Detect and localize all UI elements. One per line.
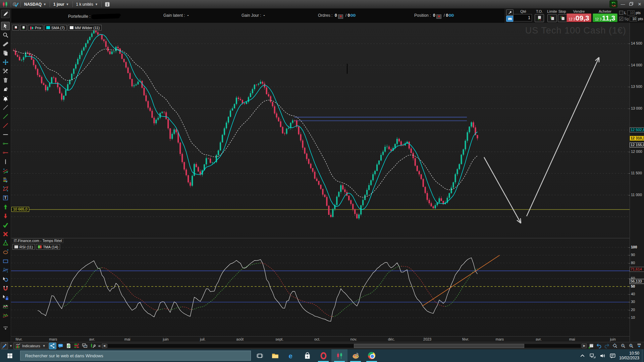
scroll-left-button[interactable]: ◀ xyxy=(102,344,107,348)
legend-sma[interactable]: SMA (7) xyxy=(44,25,67,31)
cancel-orders-icon[interactable]: ✖ xyxy=(338,14,343,19)
hscrollbar-thumb[interactable] xyxy=(354,344,524,348)
ellipse-shape-icon[interactable] xyxy=(1,248,10,256)
rectangle-shape-icon[interactable] xyxy=(1,257,10,265)
orderbook-button[interactable] xyxy=(73,343,80,349)
arrow-up-mark-icon[interactable] xyxy=(1,203,10,211)
legend-prix[interactable]: Prix xyxy=(28,25,43,31)
draw-pencil-icon[interactable] xyxy=(1,10,10,18)
zoom-tool-icon[interactable] xyxy=(1,31,10,39)
comments-button[interactable] xyxy=(57,343,64,349)
tray-chevron-up-icon[interactable] xyxy=(578,353,588,359)
draw-mode-button[interactable] xyxy=(1,343,8,349)
limit-checkbox[interactable] xyxy=(619,11,623,15)
hsegment-green-icon[interactable] xyxy=(1,139,10,148)
magnet-tool-icon[interactable] xyxy=(1,284,10,293)
ruler-tool-icon[interactable] xyxy=(1,40,10,48)
taskbar-trading-app-icon[interactable] xyxy=(331,349,347,362)
trendline-green-icon[interactable] xyxy=(1,112,10,121)
limit-pts-input[interactable] xyxy=(627,10,635,15)
orders-settings-icon[interactable]: ⚙⚙ xyxy=(350,13,355,18)
text-tool-icon[interactable]: T xyxy=(1,194,10,202)
show-desktop-button[interactable] xyxy=(642,349,644,362)
hide-toolbar-button[interactable] xyxy=(635,343,643,349)
redo-button[interactable] xyxy=(603,343,610,349)
zoom-fit-button[interactable] xyxy=(611,343,619,349)
position-settings-icon[interactable]: ⚙⚙ xyxy=(448,13,453,18)
lock-cursor-icon[interactable] xyxy=(1,293,10,302)
horizontal-line-icon[interactable] xyxy=(1,130,10,139)
stop-checkbox[interactable]: ✓ xyxy=(619,17,623,21)
collapse-toolbar-button[interactable]: « xyxy=(97,343,102,348)
zoom-out-button[interactable] xyxy=(619,343,627,349)
taskbar-search-input[interactable]: Rechercher sur le web et dans Windows xyxy=(20,351,251,361)
taskbar-paint-app-icon[interactable] xyxy=(347,349,364,362)
start-button[interactable] xyxy=(0,349,19,362)
select-cursor-icon[interactable] xyxy=(1,22,10,30)
taskbar-windows-store-icon[interactable] xyxy=(299,349,315,362)
chart-region[interactable]: US Tech 100 Cash (1€) Prix SMA (7) MM Wi… xyxy=(11,23,630,342)
chevron-down-icon[interactable]: ▼ xyxy=(8,344,13,348)
polygon-tool-icon[interactable] xyxy=(1,185,10,193)
to-order-icon[interactable] xyxy=(535,14,544,22)
taskbar-chrome-browser-icon[interactable] xyxy=(364,349,380,362)
trendline-gray-icon[interactable] xyxy=(1,103,10,112)
price-axis[interactable]: 14 50014 00013 50013 00012 00011 50011 0… xyxy=(630,23,644,342)
restore-button[interactable] xyxy=(628,2,634,7)
legend-rsi[interactable]: RSI (11) xyxy=(12,244,35,250)
copy-tool-icon[interactable] xyxy=(1,49,10,57)
channel-tool-icon[interactable] xyxy=(1,167,10,175)
minimize-button[interactable]: — xyxy=(620,2,626,7)
undo-button[interactable] xyxy=(595,343,602,349)
support-price-label[interactable]: 10 665,0 xyxy=(11,207,29,212)
undo-cursor-icon[interactable] xyxy=(1,275,10,284)
task-view-button[interactable] xyxy=(252,349,267,362)
wrench-icon[interactable] xyxy=(506,9,514,15)
price-chart-svg[interactable] xyxy=(11,23,630,239)
elliott-waves-icon[interactable] xyxy=(1,266,10,275)
alert-add-icon[interactable] xyxy=(1,85,10,94)
close-button[interactable]: ✕ xyxy=(637,2,643,7)
network-icon[interactable] xyxy=(588,353,598,359)
zoom-in-button[interactable] xyxy=(627,343,635,349)
scroll-right-button[interactable]: ▶ xyxy=(582,344,587,348)
legend-tma[interactable]: TMA (14) xyxy=(36,244,60,250)
hsegment-red-icon[interactable] xyxy=(1,148,10,157)
connection-check-icon[interactable]: @ xyxy=(12,1,19,8)
report-button[interactable] xyxy=(65,343,72,349)
chart-settings-button[interactable] xyxy=(89,343,97,349)
check-mark-icon[interactable] xyxy=(1,221,10,229)
close-position-icon[interactable]: ✖ xyxy=(436,14,441,19)
goto-date-button[interactable] xyxy=(587,343,594,349)
settings-tools-icon[interactable] xyxy=(1,67,10,75)
quantity-input[interactable] xyxy=(513,14,532,21)
triangle-shape-icon[interactable] xyxy=(1,239,10,247)
cross-mark-icon[interactable] xyxy=(1,230,10,238)
limit-order-icon[interactable] xyxy=(547,14,557,22)
stop-order-icon[interactable] xyxy=(558,14,567,22)
panel-divider[interactable] xyxy=(11,238,630,238)
chart-hscrollbar[interactable] xyxy=(107,344,581,348)
taskbar-clock[interactable]: 10:5010/02/2023 xyxy=(618,351,642,360)
share-button[interactable] xyxy=(49,343,56,349)
pattern-a-icon[interactable] xyxy=(1,302,10,311)
more-tools-icon[interactable] xyxy=(1,323,10,332)
rsi-chart-svg[interactable] xyxy=(11,239,630,336)
sell-button[interactable]: 12 309,3 xyxy=(567,13,591,22)
multi-screen-button[interactable] xyxy=(81,343,89,349)
notifications-icon[interactable] xyxy=(608,353,618,359)
sell-shortcut-icon[interactable] xyxy=(12,25,19,31)
trash-tool-icon[interactable] xyxy=(1,76,10,84)
move-tool-icon[interactable] xyxy=(1,58,10,66)
trendline-red-icon[interactable] xyxy=(1,121,10,130)
alert-bell-icon[interactable] xyxy=(1,94,10,103)
legend-wilder[interactable]: MM Wilder (11) xyxy=(68,25,102,31)
pattern-b-icon[interactable] xyxy=(1,311,10,320)
info-icon[interactable] xyxy=(104,1,111,8)
keyboard-icon[interactable] xyxy=(506,16,514,22)
refresh-icon[interactable] xyxy=(609,0,618,8)
buy-button[interactable]: 12 311,3 xyxy=(593,13,618,22)
taskbar-file-explorer-icon[interactable] xyxy=(267,349,283,362)
buy-shortcut-icon[interactable] xyxy=(20,25,27,31)
stop-pts-input[interactable] xyxy=(630,16,637,21)
